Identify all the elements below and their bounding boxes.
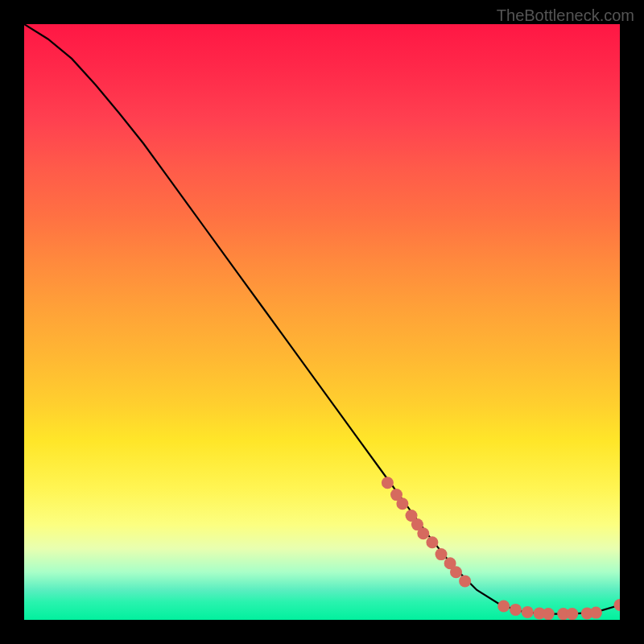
chart-svg-overlay: [24, 24, 620, 620]
data-point: [543, 608, 555, 620]
data-point: [396, 497, 408, 510]
data-point: [436, 548, 448, 560]
data-point: [497, 601, 510, 613]
data-point: [522, 606, 534, 618]
data-point: [614, 599, 621, 611]
scatter-dots: [382, 477, 620, 620]
watermark-text: TheBottleneck.com: [497, 6, 634, 25]
data-point: [510, 604, 522, 616]
data-point: [590, 607, 602, 619]
data-point: [417, 527, 429, 539]
data-point: [382, 477, 394, 489]
bottleneck-curve: [24, 24, 620, 614]
data-point: [566, 608, 578, 620]
chart-area: [24, 24, 620, 620]
data-point: [426, 536, 438, 548]
data-point: [459, 575, 471, 587]
data-point: [450, 566, 462, 578]
